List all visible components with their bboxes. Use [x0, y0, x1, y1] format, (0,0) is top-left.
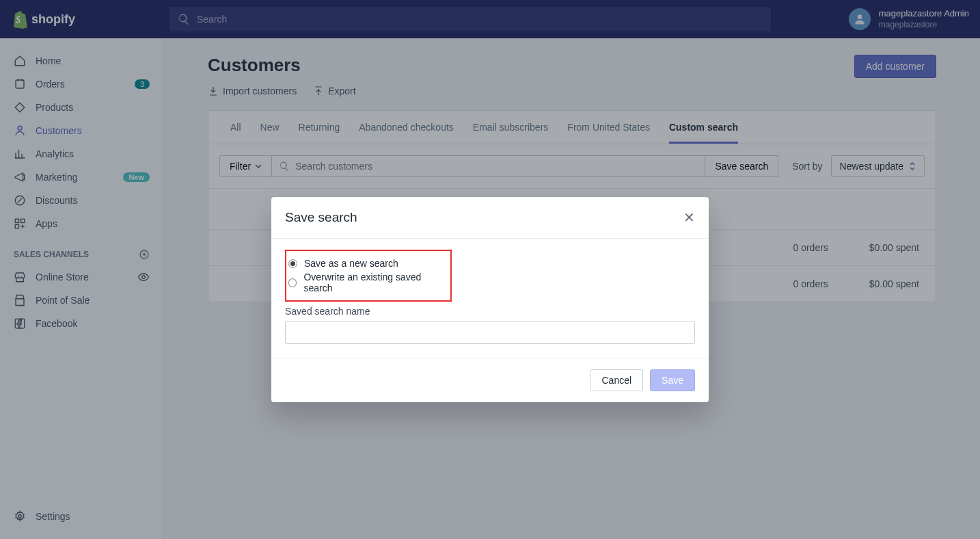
modal-overlay[interactable]: Save search ✕ Save as a new search Overw…: [0, 0, 980, 539]
save-button[interactable]: Save: [650, 369, 695, 391]
radio-icon: [288, 259, 297, 268]
saved-search-name-input[interactable]: [285, 321, 695, 344]
save-search-modal: Save search ✕ Save as a new search Overw…: [271, 197, 709, 402]
radio-icon: [288, 278, 297, 287]
modal-title: Save search: [285, 210, 357, 225]
radio-save-new[interactable]: Save as a new search: [288, 257, 445, 270]
cancel-button[interactable]: Cancel: [590, 369, 643, 391]
radio-overwrite[interactable]: Overwrite an existing saved search: [288, 270, 445, 295]
radio-group-highlight: Save as a new search Overwrite an existi…: [285, 250, 452, 302]
saved-search-name-label: Saved search name: [285, 306, 695, 317]
close-icon[interactable]: ✕: [683, 209, 695, 226]
